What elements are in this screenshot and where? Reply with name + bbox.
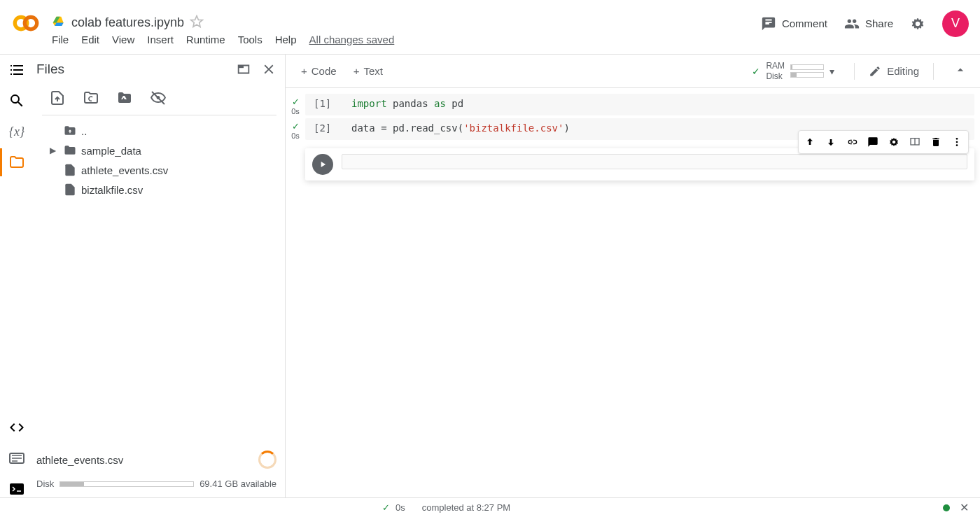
svg-point-7 (956, 144, 958, 146)
folder-icon (63, 143, 77, 157)
header: colab features.ipynb File Edit View Inse… (0, 0, 980, 55)
collapse-button[interactable] (948, 63, 973, 79)
code-cell-active[interactable] (286, 148, 974, 180)
svg-point-1 (24, 17, 37, 29)
play-icon (318, 160, 328, 169)
comment-button[interactable]: Comment (761, 16, 827, 31)
run-button[interactable] (312, 154, 333, 175)
status-close-button[interactable]: ✕ (960, 501, 969, 514)
svg-rect-3 (10, 483, 24, 495)
cell-code[interactable]: import pandas as pd (351, 98, 463, 109)
avatar-letter: V (951, 16, 960, 31)
menu-bar: File Edit View Insert Runtime Tools Help… (52, 34, 761, 45)
rail-snippets-icon[interactable] (8, 419, 25, 436)
comment-cell-button[interactable] (863, 132, 883, 152)
code-cell[interactable]: ✓ 0s [1] import pandas as pd (286, 94, 974, 115)
check-icon: ✓ (292, 121, 300, 132)
files-sidebar: Files .. ▶ sample_data (34, 55, 286, 497)
mount-drive-icon[interactable] (116, 90, 133, 106)
new-window-icon[interactable] (236, 62, 251, 77)
cell-settings-button[interactable] (884, 132, 904, 152)
delete-cell-button[interactable] (926, 132, 946, 152)
cell-prompt: [1] (314, 98, 339, 109)
rail-search-icon[interactable] (8, 92, 25, 109)
rail-command-palette-icon[interactable] (8, 450, 25, 467)
editing-mode-button[interactable]: Editing (869, 65, 919, 78)
cells-container: ✓ 0s [1] import pandas as pd ✓ 0s [2] da… (286, 88, 980, 497)
tree-file-2-label: biztalkfile.csv (81, 184, 143, 196)
file-icon (63, 163, 77, 177)
disk-usage: Disk 69.41 GB available (34, 473, 285, 497)
tree-folder-label: sample_data (81, 145, 141, 157)
document-title[interactable]: colab features.ipynb (71, 15, 184, 30)
people-icon (844, 16, 860, 31)
comment-icon (761, 16, 776, 31)
menu-help[interactable]: Help (275, 34, 297, 45)
tree-parent-label: .. (81, 125, 87, 137)
star-icon[interactable] (190, 15, 204, 31)
menu-file[interactable]: File (52, 34, 69, 45)
svg-point-5 (956, 138, 958, 140)
svg-point-6 (956, 141, 958, 143)
editing-label: Editing (887, 65, 919, 77)
link-button[interactable] (842, 132, 862, 152)
share-button[interactable]: Share (844, 16, 893, 31)
disk-label: Disk (36, 479, 54, 489)
check-icon: ✓ (382, 502, 390, 513)
settings-button[interactable] (910, 16, 925, 31)
save-status[interactable]: All changes saved (309, 34, 395, 45)
close-sidebar-icon[interactable] (261, 62, 276, 77)
tree-file-1[interactable]: athlete_events.csv (36, 160, 285, 180)
cell-toolbar (798, 130, 969, 154)
resource-indicator[interactable]: ✓ RAM Disk ▾ (752, 61, 840, 81)
folder-up-icon (63, 124, 77, 138)
rail-terminal-icon[interactable] (8, 481, 25, 497)
file-tree: .. ▶ sample_data athlete_events.csv bizt… (34, 115, 285, 446)
tree-folder[interactable]: ▶ sample_data (36, 141, 285, 160)
drive-icon (52, 15, 66, 29)
add-text-button[interactable]: + Text (345, 61, 391, 81)
ram-label: RAM (766, 61, 785, 71)
menu-tools[interactable]: Tools (238, 34, 262, 45)
refresh-folder-icon[interactable] (83, 90, 99, 106)
tree-file-2[interactable]: biztalkfile.csv (36, 180, 285, 199)
mirror-button[interactable] (905, 132, 925, 152)
code-editor-input[interactable] (342, 154, 967, 169)
rail-variables-icon[interactable]: {x} (8, 123, 25, 140)
spinner-icon (258, 451, 276, 469)
avatar[interactable]: V (942, 10, 969, 37)
comment-label: Comment (782, 17, 827, 29)
ram-bar (790, 64, 824, 70)
menu-insert[interactable]: Insert (147, 34, 174, 45)
colab-logo-icon (11, 8, 41, 38)
move-up-button[interactable] (800, 132, 820, 152)
menu-edit[interactable]: Edit (81, 34, 99, 45)
cell-gutter: ✓ 0s (286, 94, 305, 115)
upload-progress-row: athlete_events.csv (34, 446, 285, 473)
rail-files-icon[interactable] (8, 154, 25, 171)
upload-icon[interactable] (49, 90, 66, 106)
menu-runtime[interactable]: Runtime (186, 34, 225, 45)
status-message: completed at 8:27 PM (422, 502, 510, 513)
title-row: colab features.ipynb (52, 15, 761, 31)
menu-view[interactable]: View (112, 34, 134, 45)
move-down-button[interactable] (821, 132, 841, 152)
exec-time: 0s (291, 132, 300, 140)
disk-bar-toolbar (790, 72, 824, 78)
tree-parent[interactable]: .. (36, 121, 285, 141)
check-icon: ✓ (292, 97, 300, 107)
chevron-right-icon: ▶ (46, 146, 59, 155)
disk-label-toolbar: Disk (766, 71, 785, 81)
pencil-icon (869, 65, 881, 78)
disk-available: 69.41 GB available (200, 479, 276, 489)
dropdown-icon[interactable]: ▾ (830, 66, 834, 77)
toggle-hidden-icon[interactable] (150, 90, 167, 106)
more-button[interactable] (947, 132, 967, 152)
uploading-filename: athlete_events.csv (36, 454, 123, 466)
add-code-button[interactable]: + Code (293, 61, 345, 81)
left-rail: {x} (0, 55, 34, 497)
check-icon: ✓ (752, 66, 760, 77)
rail-toc-icon[interactable] (8, 62, 25, 78)
cell-code[interactable]: data = pd.read_csv('biztalkfile.csv') (351, 122, 570, 134)
cell-gutter: ✓ 0s (286, 118, 305, 140)
